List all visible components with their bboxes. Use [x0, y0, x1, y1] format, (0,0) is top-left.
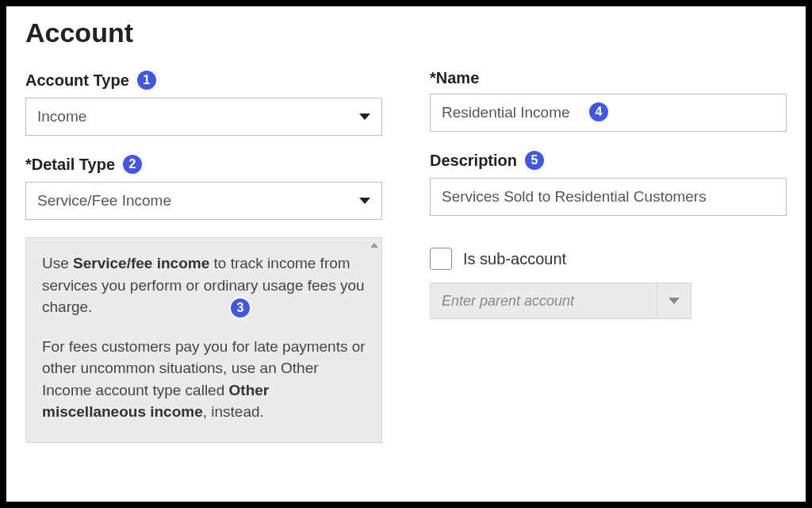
description-label-text: Description [430, 152, 517, 170]
name-input[interactable]: Residential Income 4 [430, 94, 787, 132]
left-column: Account Type 1 Income Detail Type 2 Serv… [25, 69, 382, 443]
detail-type-group: Detail Type 2 Service/Fee Income [25, 153, 382, 220]
right-column: Name Residential Income 4 Description 5 … [430, 69, 787, 443]
name-label-text: Name [436, 69, 479, 87]
parent-account-input: Enter parent account [430, 283, 657, 319]
account-type-group: Account Type 1 Income [25, 69, 382, 136]
chevron-down-icon [359, 114, 370, 120]
scroll-up-icon [370, 243, 378, 248]
sub-account-row: Is sub-account [430, 248, 787, 270]
description-input[interactable]: Services Sold to Residential Customers [430, 178, 787, 216]
name-value: Residential Income [442, 104, 570, 121]
chevron-down-icon [359, 198, 370, 204]
name-label: Name [430, 69, 787, 87]
description-value: Services Sold to Residential Customers [442, 188, 707, 206]
page-title: Account [25, 17, 787, 48]
detail-type-label-text: Detail Type [32, 156, 115, 174]
account-type-label: Account Type 1 [25, 69, 382, 91]
description-label: Description 5 [430, 149, 787, 171]
info-paragraph-2: For fees customers pay you for late paym… [42, 336, 366, 423]
sub-account-label: Is sub-account [463, 250, 566, 268]
annotation-badge-3: 3 [229, 297, 251, 319]
parent-account-placeholder: Enter parent account [442, 293, 574, 310]
account-type-select[interactable]: Income [25, 98, 382, 136]
account-type-value: Income [37, 108, 86, 125]
annotation-badge-1: 1 [136, 69, 158, 91]
annotation-badge-4: 4 [588, 101, 610, 123]
detail-type-value: Service/Fee Income [37, 192, 171, 210]
name-group: Name Residential Income 4 [430, 69, 787, 132]
annotation-badge-5: 5 [523, 149, 546, 171]
account-type-label-text: Account Type [25, 71, 129, 90]
chevron-down-icon [668, 298, 680, 304]
detail-type-select[interactable]: Service/Fee Income [25, 182, 382, 220]
parent-account-select: Enter parent account [430, 283, 691, 319]
parent-account-dropdown-button [657, 283, 691, 319]
annotation-badge-2: 2 [121, 153, 144, 175]
detail-type-info-box: Use Service/fee income to track income f… [25, 237, 382, 443]
sub-account-checkbox[interactable] [430, 248, 452, 270]
detail-type-label: Detail Type 2 [25, 153, 382, 175]
description-group: Description 5 Services Sold to Residenti… [430, 149, 787, 216]
info-paragraph-1: Use Service/fee income to track income f… [42, 252, 366, 318]
